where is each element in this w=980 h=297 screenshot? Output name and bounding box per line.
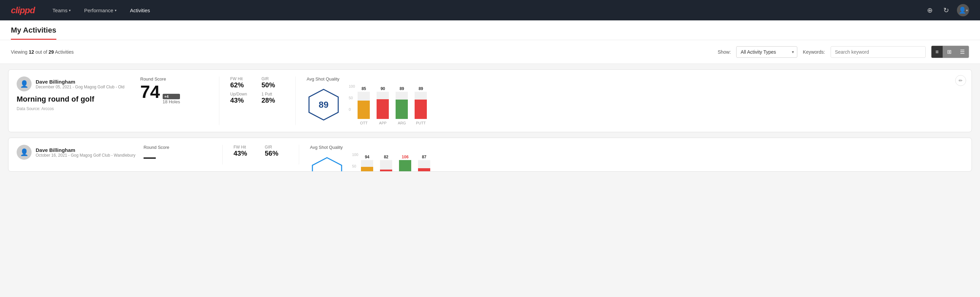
bar-wrapper-arg bbox=[396, 92, 408, 119]
avatar: 👤 bbox=[17, 145, 32, 160]
bar-wrapper-ott bbox=[361, 160, 373, 172]
card-left: 👤 Dave Billingham October 16, 2021 - Gog… bbox=[17, 145, 135, 163]
bar-label-app: APP bbox=[379, 121, 387, 125]
activities-list: ✏ 👤 Dave Billingham December 05, 2021 - … bbox=[0, 69, 980, 185]
activity-title: Morning round of golf bbox=[17, 95, 132, 104]
bar-wrapper-ott bbox=[358, 92, 370, 119]
shot-stats: FW Hit 62% GIR 50% Up/Down 43% 1 Putt 28… bbox=[230, 77, 285, 104]
activity-type-dropdown[interactable]: All Activity Types ▾ bbox=[736, 46, 797, 58]
bar-value-putt: 89 bbox=[419, 86, 423, 91]
user-name: Dave Billingham bbox=[36, 79, 124, 85]
one-putt-label: 1 Putt bbox=[261, 92, 285, 96]
nav-activities-label: Activities bbox=[130, 8, 150, 13]
viewing-count: 12 bbox=[29, 49, 34, 55]
bar-fill-putt bbox=[418, 168, 430, 172]
one-putt-stat: 1 Putt 28% bbox=[261, 92, 285, 104]
round-score-row: — bbox=[144, 151, 212, 163]
bar-col-arg: 89 ARG bbox=[396, 86, 408, 125]
bar-fill-ott bbox=[361, 167, 373, 172]
bar-wrapper-putt bbox=[415, 92, 427, 119]
fw-hit-label: FW Hit bbox=[234, 145, 257, 150]
bar-col-app: 90 APP bbox=[377, 86, 389, 125]
viewing-text: Viewing 12 out of 29 Activities bbox=[11, 49, 712, 55]
round-score-label: Round Score bbox=[140, 77, 208, 81]
bar-value-app: 82 bbox=[384, 155, 388, 160]
user-date: October 16, 2021 - Gog Magog Golf Club -… bbox=[36, 153, 135, 158]
activity-card: 👤 Dave Billingham October 16, 2021 - Gog… bbox=[8, 137, 972, 172]
navbar-right: ⊕ ↻ 👤 ▾ bbox=[924, 4, 969, 16]
bar-label-ott: OTT bbox=[360, 121, 368, 125]
score-number: 74 bbox=[140, 83, 160, 101]
quality-label: Avg Shot Quality bbox=[307, 77, 963, 81]
bar-wrapper-putt bbox=[418, 160, 430, 172]
bar-value-ott: 94 bbox=[365, 155, 369, 160]
viewing-total: 29 bbox=[49, 49, 54, 55]
bar-label-putt: PUTT bbox=[416, 121, 426, 125]
bar-fill-arg bbox=[396, 99, 408, 119]
add-icon[interactable]: ⊕ bbox=[924, 5, 935, 16]
logo[interactable]: clippd bbox=[11, 5, 35, 16]
round-score-section: Round Score — bbox=[144, 145, 212, 165]
fw-hit-value: 62% bbox=[230, 81, 253, 89]
bar-col-ott: 94 OTT bbox=[361, 155, 373, 172]
y-label-100: 100 bbox=[349, 84, 355, 88]
show-label: Show: bbox=[718, 49, 731, 55]
page-header: My Activities bbox=[0, 21, 980, 40]
score-holes: 18 Holes bbox=[163, 99, 180, 104]
shot-stats: FW Hit 43% GIR 56% bbox=[234, 145, 288, 157]
nav-item-teams[interactable]: Teams ▾ bbox=[51, 5, 72, 16]
gir-label: GIR bbox=[261, 77, 285, 81]
divider bbox=[219, 77, 220, 125]
list-view-button[interactable]: ≡ bbox=[931, 46, 943, 58]
bar-col-putt: 89 PUTT bbox=[415, 86, 427, 125]
compact-view-button[interactable]: ☰ bbox=[956, 46, 969, 58]
chevron-down-icon: ▾ bbox=[966, 8, 968, 12]
nav-item-activities[interactable]: Activities bbox=[129, 5, 151, 16]
updown-value: 43% bbox=[230, 96, 253, 104]
y-label-50: 50 bbox=[349, 96, 355, 100]
divider bbox=[223, 145, 223, 164]
keywords-label: Keywords: bbox=[803, 49, 825, 55]
activity-type-select[interactable]: All Activity Types bbox=[736, 46, 797, 58]
bar-fill-app bbox=[377, 99, 389, 119]
search-input[interactable] bbox=[830, 46, 926, 58]
bar-fill-arg bbox=[399, 160, 411, 172]
card-left: 👤 Dave Billingham December 05, 2021 - Go… bbox=[17, 77, 132, 111]
nav-item-performance[interactable]: Performance ▾ bbox=[83, 5, 118, 16]
hex-score: 89 bbox=[319, 99, 329, 110]
view-buttons: ≡ ⊞ ☰ bbox=[931, 46, 969, 58]
one-putt-value: 28% bbox=[261, 96, 285, 104]
fw-hit-stat: FW Hit 43% bbox=[234, 145, 257, 157]
bar-chart-container: 100 50 0 94 OTT 82 bbox=[352, 153, 430, 172]
fw-hit-stat: FW Hit 62% bbox=[230, 77, 253, 89]
round-score-row: 74 +4 18 Holes bbox=[140, 83, 208, 104]
chevron-down-icon: ▾ bbox=[115, 8, 116, 12]
bar-fill-app bbox=[380, 169, 392, 172]
divider bbox=[299, 145, 299, 164]
score-number: — bbox=[144, 151, 156, 163]
y-label-0: 0 bbox=[349, 107, 355, 112]
bar-col-ott: 85 OTT bbox=[358, 86, 370, 125]
bar-chart: 85 OTT 90 APP bbox=[358, 84, 427, 125]
chevron-down-icon: ▾ bbox=[69, 8, 71, 12]
bar-wrapper-app bbox=[377, 92, 389, 119]
quality-content: 89 100 50 0 85 bbox=[307, 84, 963, 125]
grid-view-button[interactable]: ⊞ bbox=[943, 46, 956, 58]
user-avatar[interactable]: 👤 ▾ bbox=[957, 4, 969, 16]
refresh-icon[interactable]: ↻ bbox=[940, 5, 951, 16]
svg-marker-1 bbox=[312, 158, 342, 172]
bar-fill-putt bbox=[415, 99, 427, 119]
user-row: 👤 Dave Billingham October 16, 2021 - Gog… bbox=[17, 145, 135, 160]
user-info: Dave Billingham October 16, 2021 - Gog M… bbox=[36, 147, 135, 158]
bar-chart-container: 100 50 0 85 OTT bbox=[349, 84, 427, 125]
bar-value-arg: 106 bbox=[402, 155, 409, 160]
hexagon bbox=[310, 156, 344, 172]
edit-button[interactable]: ✏ bbox=[955, 75, 966, 86]
bar-wrapper-arg bbox=[399, 160, 411, 172]
gir-stat: GIR 56% bbox=[265, 145, 288, 157]
quality-section: Avg Shot Quality 100 50 0 94 bbox=[310, 145, 963, 172]
score-badge: +4 bbox=[163, 94, 180, 99]
updown-stat: Up/Down 43% bbox=[230, 92, 253, 104]
user-date: December 05, 2021 - Gog Magog Golf Club … bbox=[36, 85, 124, 89]
hexagon: 89 bbox=[307, 88, 340, 121]
